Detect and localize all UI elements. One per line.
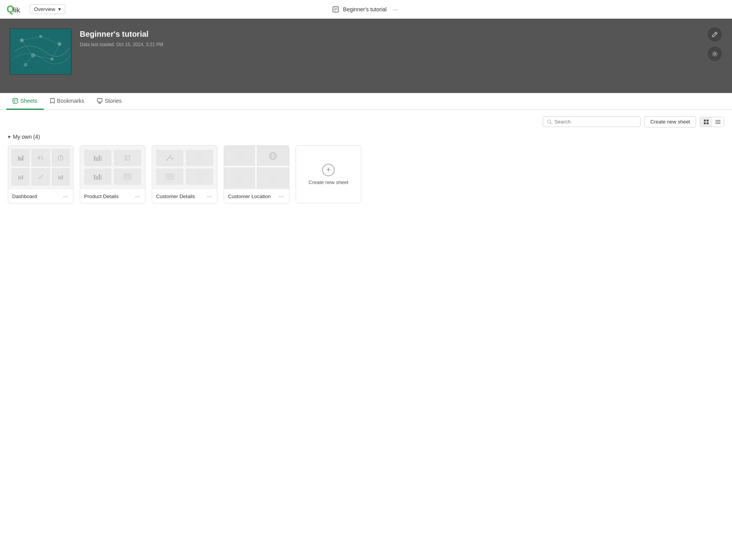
svg-rect-50 (125, 156, 130, 160)
hero-title: Beginner's tutorial (80, 30, 163, 39)
tab-stories[interactable]: Stories (91, 93, 128, 110)
sheet-name-customer-location: Customer Location (228, 193, 271, 199)
create-sheet-card-label: Create new sheet (309, 179, 348, 185)
top-bar: Q lik Overview ▾ Beginner's tutorial ··· (0, 0, 732, 19)
sheet-card-dashboard-menu[interactable]: ··· (61, 192, 69, 200)
svg-rect-42 (22, 175, 23, 179)
svg-line-19 (715, 33, 716, 34)
dash-cell-3 (52, 149, 70, 166)
svg-point-9 (58, 42, 62, 46)
more-options-button[interactable]: ··· (391, 5, 400, 14)
svg-rect-82 (271, 176, 275, 181)
edit-button[interactable] (707, 27, 723, 42)
create-new-sheet-button[interactable]: Create new sheet (644, 116, 696, 127)
tab-sheets[interactable]: Sheets (6, 93, 44, 110)
cl-cell-br (257, 167, 289, 189)
cl-cell-bl (224, 167, 257, 189)
product-cell-2 (114, 150, 141, 166)
svg-rect-68 (166, 174, 173, 179)
sheet-card-product-details-footer: Product Details ··· (80, 189, 145, 203)
svg-rect-48 (99, 155, 100, 161)
sheet-card-dashboard-footer: Dashboard ··· (8, 189, 73, 203)
dash-cell-5 (31, 168, 50, 186)
tutorial-title: Beginner's tutorial (343, 6, 387, 13)
svg-point-11 (50, 57, 54, 61)
cards-grid: #1 Dashboard (8, 145, 724, 204)
grid-view-button[interactable] (700, 117, 712, 127)
sheet-card-customer-details-menu[interactable]: ··· (205, 192, 213, 200)
svg-rect-29 (704, 120, 706, 122)
view-toggle (700, 117, 724, 127)
svg-rect-37 (20, 157, 22, 161)
list-icon (715, 119, 721, 125)
settings-button[interactable] (707, 46, 723, 62)
toolbar-row: Create new sheet (8, 116, 724, 127)
hero-thumbnail (9, 28, 72, 75)
svg-rect-30 (707, 120, 709, 122)
chevron-down-icon: ▾ (58, 6, 61, 12)
top-center: Beginner's tutorial ··· (332, 5, 400, 14)
sheet-card-customer-location-footer: Customer Location ··· (224, 189, 289, 203)
create-new-sheet-card[interactable]: + Create new sheet (296, 145, 361, 203)
svg-rect-53 (94, 175, 95, 180)
search-box[interactable] (543, 116, 640, 127)
tabs-bar: Sheets Bookmarks Stories (0, 93, 732, 110)
sheet-card-dashboard-preview: #1 (8, 146, 73, 189)
hero-last-loaded: Data last loaded: Oct 15, 2024, 3:21 PM (80, 42, 163, 47)
content-area: Create new sheet ▾ My ow (0, 110, 732, 210)
svg-rect-32 (707, 122, 709, 124)
tab-stories-label: Stories (105, 98, 122, 104)
sheet-name-dashboard: Dashboard (12, 193, 37, 199)
collapse-icon[interactable]: ▾ (8, 134, 11, 140)
customer-cell-3 (156, 168, 183, 185)
svg-rect-21 (13, 98, 18, 103)
svg-rect-43 (58, 176, 59, 179)
hero-section: Beginner's tutorial Data last loaded: Oc… (0, 19, 732, 93)
list-view-button[interactable] (712, 117, 724, 127)
svg-rect-44 (60, 177, 61, 179)
overview-label: Overview (34, 6, 55, 12)
sheet-card-customer-location[interactable]: Customer Location ··· (224, 145, 289, 204)
overview-dropdown[interactable]: Overview ▾ (30, 4, 65, 14)
svg-rect-41 (20, 177, 21, 179)
svg-rect-24 (97, 98, 102, 102)
sheet-card-customer-location-preview (224, 146, 289, 189)
svg-point-63 (167, 159, 168, 161)
dash-cell-6 (52, 168, 70, 186)
customer-cell-1 (156, 150, 183, 166)
svg-rect-38 (22, 156, 23, 161)
cl-cell-tl (224, 146, 257, 167)
svg-rect-56 (101, 175, 102, 180)
tab-sheets-label: Sheets (20, 98, 38, 104)
sheet-card-product-details[interactable]: Product Details ··· (80, 145, 145, 204)
svg-point-65 (170, 156, 171, 157)
svg-point-20 (714, 53, 716, 55)
qlik-logo: Q lik (6, 4, 25, 15)
product-cell-3 (84, 168, 111, 185)
cl-cell-tr (257, 146, 289, 167)
svg-rect-74 (197, 174, 202, 179)
svg-rect-47 (96, 157, 98, 161)
search-icon (547, 119, 552, 125)
svg-rect-31 (704, 122, 706, 124)
plus-icon: + (322, 164, 335, 176)
customer-cell-2 (186, 150, 213, 166)
grid-icon (703, 119, 709, 125)
svg-rect-75 (237, 154, 242, 158)
tutorial-icon (332, 6, 339, 13)
svg-rect-55 (99, 174, 100, 180)
search-input[interactable] (554, 119, 636, 125)
sheet-card-customer-location-menu[interactable]: ··· (277, 192, 285, 200)
tab-bookmarks-label: Bookmarks (57, 98, 84, 104)
sheet-card-product-details-menu[interactable]: ··· (133, 192, 141, 200)
product-cell-4 (114, 168, 141, 185)
svg-rect-49 (101, 156, 102, 161)
sheet-card-product-details-preview (80, 146, 145, 189)
svg-rect-46 (94, 156, 95, 161)
sheet-card-dashboard[interactable]: #1 Dashboard (8, 145, 74, 204)
sheet-card-customer-details-footer: Customer Details ··· (152, 189, 217, 203)
svg-rect-45 (62, 175, 63, 179)
tab-bookmarks[interactable]: Bookmarks (44, 93, 91, 110)
dash-cell-2: #1 (31, 149, 50, 166)
sheet-card-customer-details[interactable]: Customer Details ··· (152, 145, 217, 204)
